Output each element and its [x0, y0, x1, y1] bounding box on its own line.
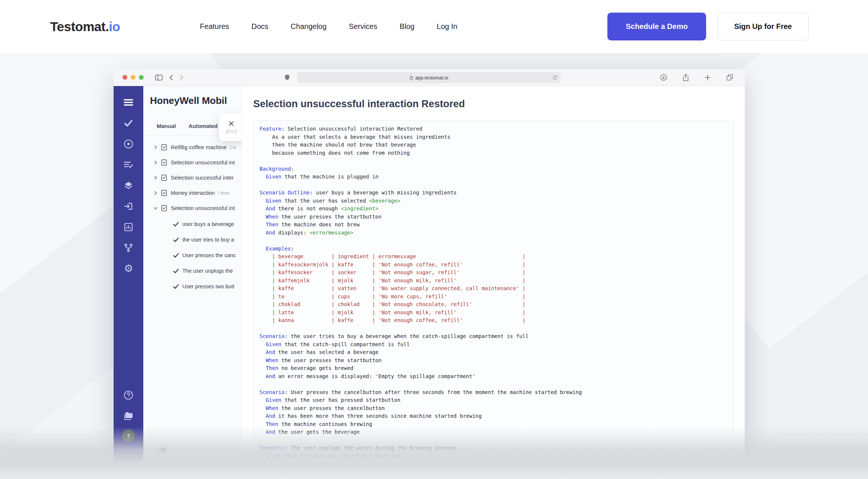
lock-icon	[409, 75, 413, 80]
address-bar[interactable]: app.testomat.io	[297, 72, 561, 83]
docs-folder-icon[interactable]	[121, 409, 136, 423]
browser-window: app.testomat.io	[114, 69, 745, 479]
nav-link-features[interactable]: Features	[200, 22, 229, 31]
url-text: app.testomat.io	[415, 75, 448, 81]
branch-icon[interactable]	[121, 240, 136, 255]
test-item[interactable]: the user tries to buy a	[143, 232, 242, 247]
gherkin-code[interactable]: Feature: Selection unsuccessful interact…	[253, 120, 734, 465]
sidebar-toggle-icon[interactable]	[155, 75, 163, 81]
check-icon	[173, 284, 179, 289]
help-icon[interactable]	[121, 388, 136, 403]
test-item-label: the user tries to buy a	[182, 237, 234, 243]
browser-chrome: app.testomat.io	[114, 69, 745, 86]
file-icon	[161, 205, 167, 211]
nav-link-services[interactable]: Services	[349, 22, 378, 31]
tab-overview-icon[interactable]	[726, 74, 733, 81]
chevron-right-icon[interactable]	[153, 160, 160, 165]
esc-tooltip: [Esc]	[219, 114, 242, 141]
chevron-right-icon[interactable]	[153, 190, 160, 196]
settings-gear-icon[interactable]: ⚙	[121, 261, 136, 276]
traffic-light-close[interactable]	[123, 75, 127, 80]
test-item[interactable]: User presses the canc	[143, 247, 242, 263]
nav-link-docs[interactable]: Docs	[251, 22, 268, 31]
app-body: ⚙ T HoneyWell Mobil Manual Automated R	[114, 86, 745, 479]
forward-icon[interactable]	[180, 75, 183, 81]
chevron-right-icon[interactable]	[153, 175, 160, 180]
app-sidebar: ⚙ T	[114, 86, 143, 479]
tree-item-label: Selection successful inter	[171, 174, 234, 181]
test-list: user buys a beverage the user tries to b…	[143, 216, 242, 294]
logo[interactable]: Testomat.io	[50, 19, 120, 34]
page-title: Selection unsuccessful interaction Resto…	[253, 97, 734, 111]
tests-panel: HoneyWell Mobil Manual Automated Refilli…	[143, 86, 242, 479]
esc-label: [Esc]	[226, 128, 237, 134]
test-item-label: User presses two butt	[182, 283, 234, 289]
new-tab-icon[interactable]	[704, 74, 711, 81]
nav-link-blog[interactable]: Blog	[399, 22, 414, 31]
runs-play-icon[interactable]	[121, 137, 136, 151]
analytics-icon[interactable]	[121, 220, 136, 234]
file-icon	[161, 190, 167, 196]
command-key-badge[interactable]: ⌘	[157, 445, 169, 456]
import-icon[interactable]	[121, 199, 136, 214]
gear-glyph: ⚙	[124, 263, 133, 274]
test-item[interactable]: User presses two butt	[143, 279, 242, 294]
test-item[interactable]: user buys a beverage	[143, 216, 242, 232]
layers-icon[interactable]	[121, 178, 136, 193]
traffic-light-zoom[interactable]	[139, 75, 144, 80]
test-item-label: user buys a beverage	[182, 221, 234, 227]
file-icon	[161, 144, 167, 151]
back-icon[interactable]	[169, 75, 173, 81]
check-icon	[173, 268, 179, 273]
nav-link-changelog[interactable]: Changelog	[291, 22, 327, 31]
check-icon	[173, 222, 179, 227]
nav-buttons: Schedule a Demo Sign Up for Free	[607, 13, 809, 40]
logo-accent-text: io	[109, 19, 120, 34]
menu-icon[interactable]	[121, 95, 136, 110]
test-item-label: The user unplugs the	[182, 268, 233, 274]
reload-icon[interactable]	[552, 75, 557, 80]
file-icon	[161, 174, 167, 181]
tree-item-label: Refillig coffee machine	[171, 144, 227, 150]
tree-item[interactable]: Refillig coffee machine 1 te	[143, 140, 242, 155]
tree-item-count: 7 tests	[217, 191, 229, 195]
chevron-down-icon[interactable]	[153, 206, 160, 211]
tree-item-count: 1 te	[229, 145, 236, 150]
chevron-right-icon[interactable]	[153, 145, 160, 150]
close-icon[interactable]	[228, 121, 234, 127]
nav-links: Features Docs Changelog Services Blog Lo…	[200, 22, 457, 31]
tests-check-icon[interactable]	[121, 116, 136, 131]
tree-item[interactable]: Selection unsuccessful int	[143, 155, 242, 170]
tree-item-label: Money interaction	[171, 190, 215, 196]
file-icon	[161, 159, 167, 166]
schedule-demo-button[interactable]: Schedule a Demo	[607, 13, 707, 40]
test-detail: Selection unsuccessful interaction Resto…	[242, 86, 745, 479]
plans-list-check-icon[interactable]	[121, 157, 136, 172]
suite-title: HoneyWell Mobil	[150, 95, 242, 106]
tree-item-label: Selection unsuccessful int	[171, 159, 235, 165]
logo-text: Testomat.	[50, 19, 109, 34]
tab-automated[interactable]: Automated	[189, 123, 218, 129]
test-item-label: User presses the canc	[182, 252, 236, 258]
traffic-light-minimize[interactable]	[131, 75, 136, 80]
chrome-actions	[657, 74, 737, 81]
tab-manual[interactable]: Manual	[157, 123, 176, 129]
tree-item-expanded[interactable]: Selection unsuccessful int	[143, 200, 242, 216]
signup-free-button[interactable]: Sign Up for Free	[717, 13, 809, 40]
share-icon[interactable]	[682, 74, 689, 81]
privacy-shield-icon[interactable]	[284, 74, 290, 81]
traffic-lights	[123, 75, 144, 80]
suites-tree: Refillig coffee machine 1 te Selection u…	[143, 140, 242, 216]
test-item[interactable]: The user unplugs the	[143, 263, 242, 279]
check-icon	[173, 253, 179, 258]
avatar[interactable]: T	[122, 429, 135, 442]
tree-item[interactable]: Selection successful inter	[143, 170, 242, 185]
downloads-icon[interactable]	[660, 74, 667, 81]
nav-link-login[interactable]: Log In	[437, 22, 457, 31]
tree-item[interactable]: Money interaction 7 tests	[143, 185, 242, 200]
marketing-navbar: Testomat.io Features Docs Changelog Serv…	[0, 0, 868, 53]
check-icon	[173, 237, 179, 242]
tree-item-label: Selection unsuccessful int	[171, 205, 235, 211]
